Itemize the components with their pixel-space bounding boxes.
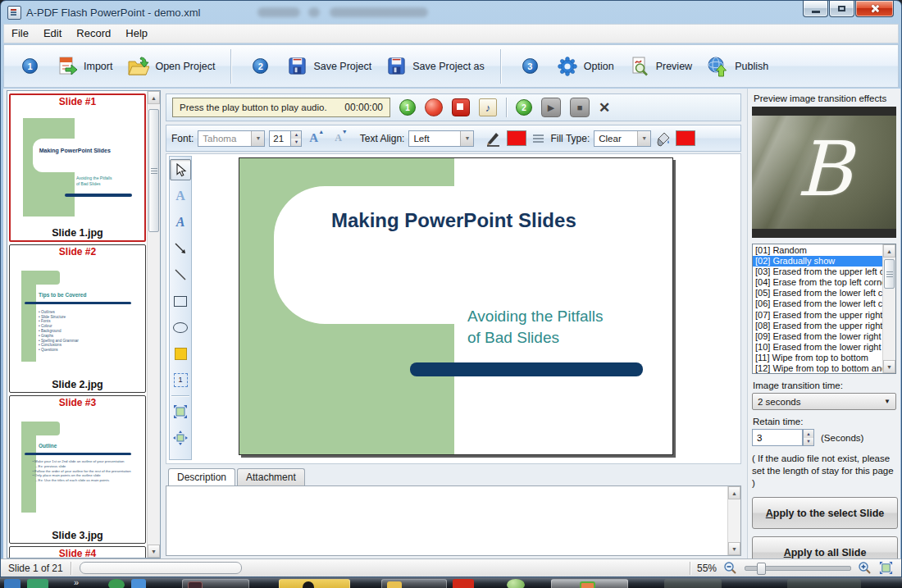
transition-option[interactable]: [06] Erased from the lower left corner <box>753 299 882 309</box>
retain-time-stepper[interactable]: ▲▼ <box>803 429 814 446</box>
spin-up-icon[interactable]: ▲ <box>291 131 301 139</box>
taskbar-icon[interactable] <box>453 579 474 588</box>
slide-thumb-1[interactable]: Slide #1 Making PowerPoint Slides Avoidi… <box>9 93 146 242</box>
taskbar-active-button[interactable] <box>551 579 628 588</box>
menu-file[interactable]: File <box>4 25 36 43</box>
transition-option[interactable]: [09] Erased from the lower right corner <box>753 331 882 342</box>
scroll-down-icon[interactable]: ▼ <box>148 545 160 558</box>
menu-edit[interactable]: Edit <box>36 25 69 43</box>
taskbar-icon[interactable] <box>4 579 20 588</box>
apply-to-selected-button[interactable]: Apply to the select Slide <box>752 497 898 529</box>
text-italic-tool[interactable]: A <box>170 212 191 233</box>
transition-option[interactable]: [04] Erase from the top left corner <box>753 277 882 288</box>
spin-down-icon[interactable]: ▼ <box>291 139 301 146</box>
font-size-stepper[interactable]: ▲▼ <box>290 130 302 147</box>
taskbar-icon[interactable] <box>787 579 861 588</box>
highlight-tool[interactable] <box>170 343 191 364</box>
pen-color-icon[interactable] <box>485 130 503 147</box>
scroll-up-icon[interactable]: ▲ <box>148 91 160 104</box>
transition-option[interactable]: [08] Erased from the upper right corner <box>753 321 882 331</box>
rectangle-tool[interactable] <box>170 290 191 312</box>
transition-scrollbar[interactable]: ▲ ▼ <box>882 244 895 373</box>
play-audio-button[interactable]: ▶ <box>541 98 561 117</box>
scroll-down-icon[interactable]: ▼ <box>728 542 740 555</box>
transition-option[interactable]: [12] Wipe from top to bottom and... <box>753 363 882 373</box>
text-color-swatch[interactable] <box>507 130 526 146</box>
transition-option[interactable]: [11] Wipe from top to bottom <box>753 353 882 363</box>
scroll-up-icon[interactable]: ▲ <box>883 244 895 258</box>
fill-bucket-icon[interactable] <box>655 130 672 147</box>
description-scrollbar[interactable]: ▲ ▼ <box>727 486 740 555</box>
line-style-icon[interactable] <box>531 134 546 143</box>
spin-down-icon[interactable]: ▼ <box>804 438 813 446</box>
record-button[interactable] <box>425 98 443 116</box>
save-project-button[interactable]: Save Project <box>280 52 379 80</box>
slide-thumb-4[interactable]: Slide #4 <box>9 546 146 558</box>
transition-option[interactable]: [07] Erased from the upper right corner <box>753 310 882 321</box>
transition-option[interactable]: [03] Erased from the upper left corner <box>753 267 882 277</box>
preview-button[interactable]: Preview <box>622 52 699 81</box>
fill-color-swatch[interactable] <box>676 130 695 146</box>
save-project-as-button[interactable]: Save Project as <box>379 52 492 80</box>
retain-time-input[interactable] <box>752 429 803 446</box>
close-button[interactable] <box>855 1 894 17</box>
zoom-in-icon[interactable] <box>858 561 872 576</box>
sidebar-scrollbar[interactable]: ▲ ▼ <box>147 91 160 558</box>
transition-option[interactable]: [05] Erased from the lower left corner <box>753 288 882 299</box>
zoom-out-icon[interactable] <box>723 561 738 576</box>
line-tool[interactable] <box>170 264 191 285</box>
scrollbar-thumb[interactable] <box>884 259 895 289</box>
slide-page[interactable]: Making PowerPoint Slides Avoiding the Pi… <box>239 157 673 455</box>
transition-time-select[interactable]: 2 seconds ▼ <box>752 393 896 410</box>
transition-option[interactable]: [02] Gradually show <box>753 256 882 267</box>
fit-image-tool[interactable] <box>170 401 191 422</box>
description-textarea[interactable]: ▲ ▼ <box>166 485 741 556</box>
transition-option[interactable]: [01] Random <box>753 245 882 256</box>
slide-thumb-2[interactable]: Slide #2 Tips to be Covered • Outlines •… <box>9 244 146 393</box>
load-audio-button[interactable]: ♪ <box>479 98 497 116</box>
font-decrease-button[interactable]: A▼ <box>331 132 351 144</box>
select-tool[interactable] <box>170 159 191 180</box>
text-align-select[interactable]: Left ▼ <box>408 130 474 147</box>
text-tool[interactable]: A <box>170 185 191 207</box>
taskbar-button[interactable] <box>381 579 447 588</box>
minimize-button[interactable] <box>803 1 828 17</box>
slide-thumb-3[interactable]: Slide #3 Outline • Make your 1st or 2nd … <box>9 395 146 544</box>
fill-type-select[interactable]: Clear ▼ <box>594 130 651 147</box>
stop-record-button[interactable] <box>452 98 470 116</box>
open-project-button[interactable]: Open Project <box>120 52 222 81</box>
ellipse-tool[interactable] <box>170 317 191 338</box>
tab-description[interactable]: Description <box>168 468 235 486</box>
tab-attachment[interactable]: Attachment <box>237 468 305 485</box>
publish-button[interactable]: Publish <box>699 52 776 81</box>
zoom-slider[interactable] <box>745 566 851 571</box>
taskbar-icon[interactable] <box>664 579 722 588</box>
scroll-down-icon[interactable]: ▼ <box>883 360 895 373</box>
maximize-button[interactable] <box>829 1 854 17</box>
number-box-tool[interactable]: 1 <box>170 369 191 390</box>
taskbar-button[interactable] <box>182 579 249 588</box>
move-image-tool[interactable] <box>170 427 191 449</box>
import-button[interactable]: Import <box>49 52 120 81</box>
font-family-select[interactable]: Tahoma ▼ <box>198 130 265 147</box>
transition-option[interactable]: [10] Erased from the lower right corner <box>753 342 882 353</box>
font-increase-button[interactable]: A▲ <box>306 131 327 145</box>
taskbar-icon[interactable] <box>507 579 525 588</box>
menu-help[interactable]: Help <box>118 25 155 43</box>
zoom-slider-thumb[interactable] <box>757 563 766 575</box>
font-size-input[interactable]: 21 <box>269 130 290 147</box>
taskbar-button[interactable] <box>279 579 350 588</box>
taskbar-chevron[interactable]: » <box>74 577 79 588</box>
scrollbar-thumb[interactable] <box>148 109 159 232</box>
stop-audio-button[interactable]: ■ <box>570 98 590 117</box>
taskbar-globe-icon[interactable] <box>108 579 125 588</box>
menu-record[interactable]: Record <box>69 25 118 43</box>
taskbar-pencil-icon[interactable] <box>131 579 146 588</box>
arrow-tool[interactable] <box>170 238 191 259</box>
spin-up-icon[interactable]: ▲ <box>804 430 813 438</box>
taskbar-icon[interactable] <box>27 579 48 588</box>
delete-audio-button[interactable]: ✕ <box>599 101 610 115</box>
scroll-up-icon[interactable]: ▲ <box>728 486 740 499</box>
fit-page-icon[interactable] <box>879 561 893 575</box>
option-button[interactable]: Option <box>549 52 622 81</box>
